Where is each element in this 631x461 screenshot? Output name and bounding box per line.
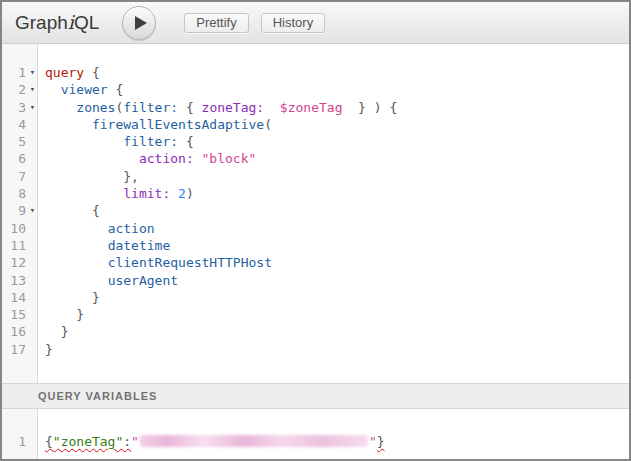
- code-text[interactable]: }: [38, 306, 84, 323]
- code-token: query: [45, 65, 84, 80]
- gutter-cell: 1▾: [2, 64, 38, 81]
- gutter-cell: 6: [2, 150, 38, 167]
- code-token: action:: [139, 151, 194, 166]
- code-text[interactable]: viewer {: [38, 81, 123, 98]
- code-token: }: [45, 290, 100, 305]
- code-token: datetime: [108, 238, 171, 253]
- code-line[interactable]: 5 filter: {: [2, 133, 629, 150]
- gutter-cell: 16: [2, 323, 38, 340]
- gutter-cell: 1: [2, 433, 38, 450]
- line-number: 6: [2, 150, 27, 167]
- line-number: 5: [2, 133, 27, 150]
- code-line[interactable]: 14 }: [2, 289, 629, 306]
- line-number: 8: [2, 185, 27, 202]
- code-token: ): [186, 186, 194, 201]
- code-token: [264, 100, 280, 115]
- code-token: (: [264, 117, 272, 132]
- line-number: 13: [2, 272, 27, 289]
- code-token: 2: [178, 186, 186, 201]
- code-token: [45, 273, 108, 288]
- code-line[interactable]: 4 firewallEventsAdaptive(: [2, 116, 629, 133]
- code-token: [45, 100, 76, 115]
- code-text[interactable]: filter: {: [38, 133, 194, 150]
- code-line[interactable]: 9▾ {: [2, 202, 629, 219]
- code-text[interactable]: {"zoneTag":""}: [38, 433, 385, 450]
- fold-arrow-icon[interactable]: ▾: [27, 202, 38, 219]
- query-editor[interactable]: 1▾query {2▾ viewer {3▾ zones(filter: { z…: [2, 44, 629, 383]
- line-number: 14: [2, 289, 27, 306]
- code-text[interactable]: clientRequestHTTPHost: [38, 254, 272, 271]
- code-text[interactable]: userAgent: [38, 272, 178, 289]
- code-token: } ) {: [342, 100, 397, 115]
- line-number: 9: [2, 202, 27, 219]
- history-button[interactable]: History: [261, 13, 325, 33]
- code-token: zones: [76, 100, 115, 115]
- code-token: limit:: [123, 186, 170, 201]
- code-token: {: [45, 434, 53, 449]
- code-token: {: [178, 134, 194, 149]
- code-line[interactable]: 3▾ zones(filter: { zoneTag: $zoneTag } )…: [2, 99, 629, 116]
- fold-spacer: [27, 168, 38, 185]
- toolbar: GraphiQL Prettify History: [2, 2, 629, 44]
- code-line[interactable]: 6 action: "block": [2, 150, 629, 167]
- code-text[interactable]: action: [38, 220, 155, 237]
- fold-spacer: [27, 237, 38, 254]
- line-number: 17: [2, 341, 27, 358]
- fold-spacer: [27, 272, 38, 289]
- gutter-cell: 17: [2, 341, 38, 358]
- code-token: firewallEventsAdaptive: [92, 117, 264, 132]
- gutter-cell: 14: [2, 289, 38, 306]
- execute-query-button[interactable]: [122, 6, 156, 40]
- code-token: [45, 238, 108, 253]
- code-text[interactable]: },: [38, 168, 139, 185]
- code-text[interactable]: firewallEventsAdaptive(: [38, 116, 272, 133]
- code-text[interactable]: }: [38, 341, 53, 358]
- code-token: }: [377, 434, 385, 449]
- code-line[interactable]: 11 datetime: [2, 237, 629, 254]
- code-token: $zoneTag: [280, 100, 343, 115]
- prettify-button[interactable]: Prettify: [184, 13, 248, 33]
- code-text[interactable]: limit: 2): [38, 185, 194, 202]
- code-token: :: [123, 434, 131, 449]
- gutter-cell: 2▾: [2, 81, 38, 98]
- code-line[interactable]: 1{"zoneTag":""}: [2, 433, 629, 450]
- code-text[interactable]: query {: [38, 64, 100, 81]
- fold-spacer: [27, 133, 38, 150]
- fold-arrow-icon[interactable]: ▾: [27, 64, 38, 81]
- fold-spacer: [27, 433, 38, 450]
- code-token: [45, 255, 108, 270]
- code-token: }: [45, 342, 53, 357]
- line-number: 12: [2, 254, 27, 271]
- code-token: viewer: [61, 82, 108, 97]
- code-text[interactable]: {: [38, 202, 100, 219]
- query-code-lines: 1▾query {2▾ viewer {3▾ zones(filter: { z…: [2, 44, 629, 358]
- fold-spacer: [27, 116, 38, 133]
- gutter-cell: 11: [2, 237, 38, 254]
- play-icon: [135, 16, 147, 30]
- code-text[interactable]: action: "block": [38, 150, 256, 167]
- variables-editor[interactable]: 1{"zoneTag":""}: [2, 409, 629, 459]
- fold-spacer: [27, 306, 38, 323]
- code-text[interactable]: datetime: [38, 237, 170, 254]
- code-token: [45, 186, 123, 201]
- code-line[interactable]: 13 userAgent: [2, 272, 629, 289]
- fold-arrow-icon[interactable]: ▾: [27, 99, 38, 116]
- code-line[interactable]: 7 },: [2, 168, 629, 185]
- query-variables-header[interactable]: QUERY VARIABLES: [2, 383, 629, 409]
- gutter-cell: 8: [2, 185, 38, 202]
- code-text[interactable]: }: [38, 289, 100, 306]
- gutter-cell: 7: [2, 168, 38, 185]
- fold-arrow-icon[interactable]: ▾: [27, 81, 38, 98]
- app-title: GraphiQL: [15, 11, 99, 34]
- code-line[interactable]: 15 }: [2, 306, 629, 323]
- code-line[interactable]: 10 action: [2, 220, 629, 237]
- code-text[interactable]: }: [38, 323, 68, 340]
- code-text[interactable]: zones(filter: { zoneTag: $zoneTag } ) {: [38, 99, 397, 116]
- code-line[interactable]: 16 }: [2, 323, 629, 340]
- code-line[interactable]: 1▾query {: [2, 64, 629, 81]
- code-line[interactable]: 8 limit: 2): [2, 185, 629, 202]
- code-line[interactable]: 17}: [2, 341, 629, 358]
- code-line[interactable]: 2▾ viewer {: [2, 81, 629, 98]
- code-token: "block": [202, 151, 257, 166]
- code-line[interactable]: 12 clientRequestHTTPHost: [2, 254, 629, 271]
